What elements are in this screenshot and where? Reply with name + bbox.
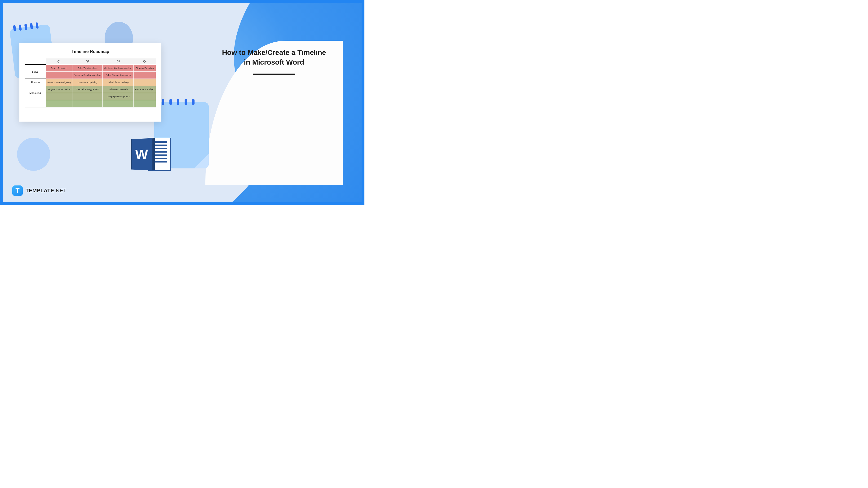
document-preview: Timeline Roadmap Q1 Q2 Q3 Q4 Sales Defin…: [20, 43, 161, 122]
task-cell: [46, 72, 72, 79]
task-cell: Channel Strategy & Trial: [72, 86, 103, 93]
word-letter: W: [135, 146, 148, 162]
quarter-header: Q3: [103, 58, 133, 65]
task-cell: Define Territories: [46, 65, 72, 72]
task-cell: Strategy Execution: [134, 65, 156, 72]
ms-word-icon: W: [131, 135, 171, 173]
task-cell: Target Content Creation: [46, 86, 72, 93]
task-cell: Schedule Fundraising: [103, 79, 133, 86]
promo-banner: How to Make/Create a Timeline in Microso…: [0, 0, 365, 205]
logo-text: TEMPLATE.NET: [26, 188, 66, 194]
page-title-block: How to Make/Create a Timeline in Microso…: [222, 48, 326, 75]
task-cell: Sales Trend Analysis: [72, 65, 103, 72]
decorative-blob: [17, 138, 50, 171]
task-cell: Sales Strategy Framework: [103, 72, 133, 79]
row-label-marketing: Marketing: [25, 86, 46, 100]
brand-logo: T TEMPLATE.NET: [12, 186, 66, 196]
task-cell: Customer Challenge Analysis: [103, 65, 133, 72]
logo-suffix: .NET: [54, 188, 66, 194]
task-cell: Campaign Management: [103, 93, 133, 100]
task-cell: Performace Analysis: [134, 86, 156, 93]
quarter-header: Q4: [134, 58, 156, 65]
row-label-empty: [25, 100, 46, 107]
task-cell: [46, 100, 72, 107]
quarter-header: Q2: [72, 58, 103, 65]
document-heading: Timeline Roadmap: [25, 49, 156, 54]
task-cell: [134, 72, 156, 79]
title-underline: [253, 73, 295, 75]
task-cell: Influencer Outreach: [103, 86, 133, 93]
row-label-finance: Finance: [25, 79, 46, 86]
task-cell: [72, 100, 103, 107]
task-cell: New Expense Budgeting: [46, 79, 72, 86]
logo-badge: T: [12, 186, 23, 196]
task-cell: [134, 100, 156, 107]
task-cell: [134, 79, 156, 86]
roadmap-table: Q1 Q2 Q3 Q4 Sales Define Territories Sal…: [25, 58, 156, 107]
row-label-sales: Sales: [25, 65, 46, 79]
task-cell: Customer Feedback Analysis: [72, 72, 103, 79]
word-book-icon: W: [131, 138, 152, 170]
logo-name: TEMPLATE: [26, 188, 54, 194]
page-title: How to Make/Create a Timeline in Microso…: [222, 48, 326, 67]
task-cell: Cash Flow Updating: [72, 79, 103, 86]
task-cell: [134, 93, 156, 100]
task-cell: [103, 100, 133, 107]
quarter-header: Q1: [46, 58, 72, 65]
task-cell: [46, 93, 72, 100]
task-cell: [72, 93, 103, 100]
